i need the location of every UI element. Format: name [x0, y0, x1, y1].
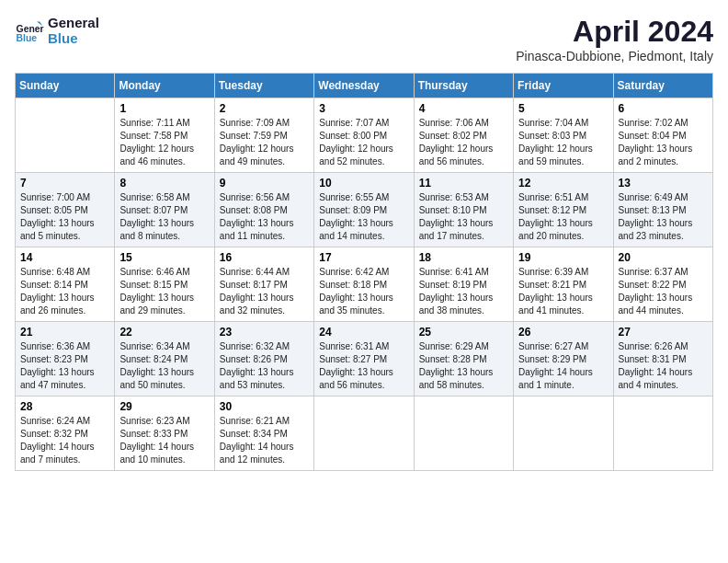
col-header-tuesday: Tuesday — [214, 74, 313, 98]
day-info: Sunrise: 6:21 AMSunset: 8:34 PMDaylight:… — [220, 415, 309, 466]
calendar-title: April 2024 — [516, 15, 713, 49]
day-number: 22 — [119, 326, 209, 339]
calendar-cell: 3Sunrise: 7:07 AMSunset: 8:00 PMDaylight… — [314, 98, 414, 173]
day-number: 14 — [20, 251, 109, 264]
day-info: Sunrise: 6:36 AMSunset: 8:23 PMDaylight:… — [20, 340, 109, 392]
day-number: 30 — [220, 400, 309, 413]
calendar-cell: 28Sunrise: 6:24 AMSunset: 8:32 PMDayligh… — [16, 396, 115, 471]
col-header-thursday: Thursday — [414, 74, 513, 98]
calendar-cell — [613, 396, 712, 471]
day-info: Sunrise: 6:49 AMSunset: 8:13 PMDaylight:… — [619, 191, 708, 243]
day-number: 27 — [619, 326, 708, 339]
day-number: 29 — [119, 400, 209, 413]
day-number: 28 — [20, 400, 109, 413]
day-info: Sunrise: 6:58 AMSunset: 8:07 PMDaylight:… — [119, 191, 209, 243]
col-header-saturday: Saturday — [613, 74, 712, 98]
day-number: 16 — [220, 251, 309, 264]
calendar-cell: 23Sunrise: 6:32 AMSunset: 8:26 PMDayligh… — [214, 322, 313, 396]
calendar-cell: 14Sunrise: 6:48 AMSunset: 8:14 PMDayligh… — [16, 247, 115, 322]
calendar-cell: 5Sunrise: 7:04 AMSunset: 8:03 PMDaylight… — [514, 98, 613, 173]
logo: General Blue General Blue — [15, 15, 99, 46]
day-number: 25 — [419, 326, 508, 339]
calendar-cell: 15Sunrise: 6:46 AMSunset: 8:15 PMDayligh… — [115, 247, 214, 322]
logo-line2: Blue — [48, 30, 99, 46]
col-header-monday: Monday — [115, 74, 214, 98]
calendar-cell: 7Sunrise: 7:00 AMSunset: 8:05 PMDaylight… — [16, 173, 115, 247]
calendar-cell: 4Sunrise: 7:06 AMSunset: 8:02 PMDaylight… — [414, 98, 513, 173]
day-info: Sunrise: 6:29 AMSunset: 8:28 PMDaylight:… — [419, 340, 508, 392]
day-info: Sunrise: 6:34 AMSunset: 8:24 PMDaylight:… — [119, 340, 209, 392]
calendar-cell: 16Sunrise: 6:44 AMSunset: 8:17 PMDayligh… — [214, 247, 313, 322]
day-info: Sunrise: 6:51 AMSunset: 8:12 PMDaylight:… — [518, 191, 608, 243]
day-number: 17 — [319, 251, 408, 264]
calendar-cell: 27Sunrise: 6:26 AMSunset: 8:31 PMDayligh… — [613, 322, 712, 396]
day-info: Sunrise: 6:44 AMSunset: 8:17 PMDaylight:… — [220, 266, 309, 317]
calendar-cell: 6Sunrise: 7:02 AMSunset: 8:04 PMDaylight… — [613, 98, 712, 173]
day-number: 12 — [518, 177, 608, 190]
calendar-cell: 29Sunrise: 6:23 AMSunset: 8:33 PMDayligh… — [115, 396, 214, 471]
day-number: 11 — [419, 177, 508, 190]
calendar-cell: 11Sunrise: 6:53 AMSunset: 8:10 PMDayligh… — [414, 173, 513, 247]
day-info: Sunrise: 6:56 AMSunset: 8:08 PMDaylight:… — [220, 191, 309, 243]
day-info: Sunrise: 6:55 AMSunset: 8:09 PMDaylight:… — [319, 191, 408, 243]
logo-line1: General — [48, 15, 99, 30]
day-number: 13 — [619, 177, 708, 190]
week-row-1: 1Sunrise: 7:11 AMSunset: 7:58 PMDaylight… — [16, 98, 713, 173]
calendar-cell: 22Sunrise: 6:34 AMSunset: 8:24 PMDayligh… — [115, 322, 214, 396]
calendar-cell: 21Sunrise: 6:36 AMSunset: 8:23 PMDayligh… — [16, 322, 115, 396]
col-header-friday: Friday — [514, 74, 613, 98]
day-info: Sunrise: 6:48 AMSunset: 8:14 PMDaylight:… — [20, 266, 109, 317]
day-number: 10 — [319, 177, 408, 190]
week-row-4: 21Sunrise: 6:36 AMSunset: 8:23 PMDayligh… — [16, 322, 713, 396]
calendar-cell: 9Sunrise: 6:56 AMSunset: 8:08 PMDaylight… — [214, 173, 313, 247]
day-number: 6 — [619, 102, 708, 115]
week-row-2: 7Sunrise: 7:00 AMSunset: 8:05 PMDaylight… — [16, 173, 713, 247]
calendar-cell: 17Sunrise: 6:42 AMSunset: 8:18 PMDayligh… — [314, 247, 414, 322]
day-info: Sunrise: 6:53 AMSunset: 8:10 PMDaylight:… — [419, 191, 508, 243]
day-info: Sunrise: 6:26 AMSunset: 8:31 PMDaylight:… — [619, 340, 708, 392]
col-header-sunday: Sunday — [16, 74, 115, 98]
day-info: Sunrise: 7:00 AMSunset: 8:05 PMDaylight:… — [20, 191, 109, 243]
day-number: 8 — [119, 177, 209, 190]
day-info: Sunrise: 6:27 AMSunset: 8:29 PMDaylight:… — [518, 340, 608, 392]
day-info: Sunrise: 6:41 AMSunset: 8:19 PMDaylight:… — [419, 266, 508, 317]
day-info: Sunrise: 6:42 AMSunset: 8:18 PMDaylight:… — [319, 266, 408, 317]
day-info: Sunrise: 6:32 AMSunset: 8:26 PMDaylight:… — [220, 340, 309, 392]
day-info: Sunrise: 7:11 AMSunset: 7:58 PMDaylight:… — [119, 117, 209, 168]
week-row-3: 14Sunrise: 6:48 AMSunset: 8:14 PMDayligh… — [16, 247, 713, 322]
calendar-cell: 19Sunrise: 6:39 AMSunset: 8:21 PMDayligh… — [514, 247, 613, 322]
calendar-cell: 12Sunrise: 6:51 AMSunset: 8:12 PMDayligh… — [514, 173, 613, 247]
day-number: 3 — [319, 102, 408, 115]
logo-icon: General Blue — [15, 16, 44, 45]
calendar-cell: 1Sunrise: 7:11 AMSunset: 7:58 PMDaylight… — [115, 98, 214, 173]
calendar-cell: 18Sunrise: 6:41 AMSunset: 8:19 PMDayligh… — [414, 247, 513, 322]
day-info: Sunrise: 6:24 AMSunset: 8:32 PMDaylight:… — [20, 415, 109, 466]
day-number: 1 — [119, 102, 209, 115]
day-info: Sunrise: 6:37 AMSunset: 8:22 PMDaylight:… — [619, 266, 708, 317]
calendar-cell: 26Sunrise: 6:27 AMSunset: 8:29 PMDayligh… — [514, 322, 613, 396]
calendar-cell — [514, 396, 613, 471]
day-number: 23 — [220, 326, 309, 339]
col-header-wednesday: Wednesday — [314, 74, 414, 98]
calendar-subtitle: Pinasca-Dubbione, Piedmont, Italy — [516, 49, 713, 63]
calendar-cell: 10Sunrise: 6:55 AMSunset: 8:09 PMDayligh… — [314, 173, 414, 247]
day-number: 2 — [220, 102, 309, 115]
day-info: Sunrise: 7:09 AMSunset: 7:59 PMDaylight:… — [220, 117, 309, 168]
page-header: General Blue General Blue April 2024 Pin… — [15, 15, 713, 63]
calendar-cell: 8Sunrise: 6:58 AMSunset: 8:07 PMDaylight… — [115, 173, 214, 247]
calendar-cell — [314, 396, 414, 471]
day-number: 19 — [518, 251, 608, 264]
day-number: 20 — [619, 251, 708, 264]
day-info: Sunrise: 7:07 AMSunset: 8:00 PMDaylight:… — [319, 117, 408, 168]
day-number: 21 — [20, 326, 109, 339]
day-info: Sunrise: 6:23 AMSunset: 8:33 PMDaylight:… — [119, 415, 209, 466]
day-number: 9 — [220, 177, 309, 190]
calendar-cell — [414, 396, 513, 471]
day-info: Sunrise: 6:39 AMSunset: 8:21 PMDaylight:… — [518, 266, 608, 317]
header-row: SundayMondayTuesdayWednesdayThursdayFrid… — [16, 74, 713, 98]
day-number: 18 — [419, 251, 508, 264]
week-row-5: 28Sunrise: 6:24 AMSunset: 8:32 PMDayligh… — [16, 396, 713, 471]
calendar-cell — [16, 98, 115, 173]
calendar-table: SundayMondayTuesdayWednesdayThursdayFrid… — [15, 73, 713, 471]
day-info: Sunrise: 7:04 AMSunset: 8:03 PMDaylight:… — [518, 117, 608, 168]
